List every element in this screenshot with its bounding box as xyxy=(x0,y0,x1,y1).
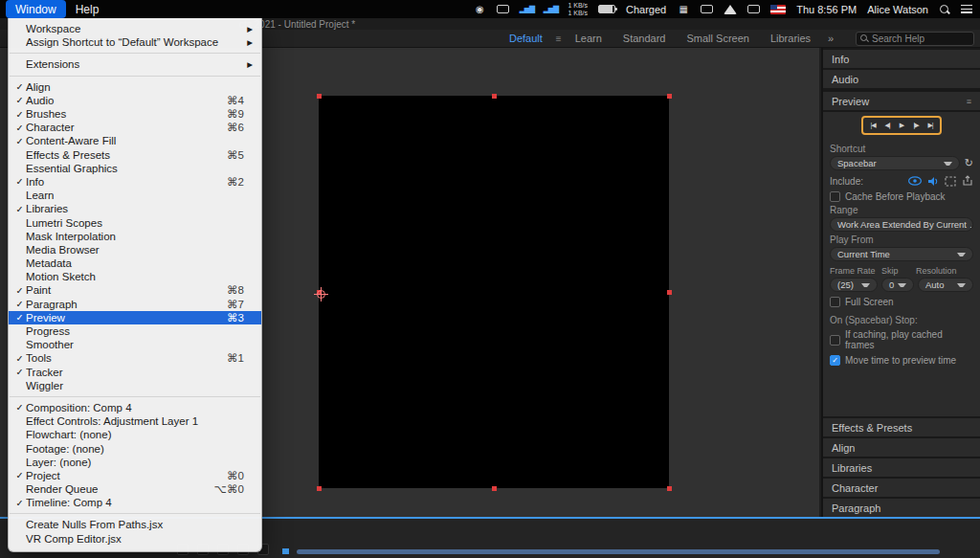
menu-item[interactable]: ✓ Project ⌘0 ▶ xyxy=(9,469,261,482)
menu-item[interactable]: ✓ Brushes ⌘9 ▶ xyxy=(9,107,261,121)
menu-item[interactable]: ✓ Footage: (none) ▶ xyxy=(9,441,261,455)
battery-icon[interactable] xyxy=(598,5,615,13)
skip-dropdown[interactable]: 0 xyxy=(881,278,914,292)
overlays-frame-icon[interactable] xyxy=(945,176,956,187)
frame-rate-dropdown[interactable]: (25) xyxy=(830,278,878,292)
menu-item[interactable]: ✓ Assign Shortcut to “Default” Workspace… xyxy=(9,35,261,49)
selection-handle-top-center[interactable] xyxy=(492,94,497,99)
wifi-icon[interactable] xyxy=(724,5,737,14)
previous-frame-button[interactable]: ◀| xyxy=(881,120,893,131)
workspace-overflow-chevron[interactable]: » xyxy=(828,33,834,44)
control-center-icon[interactable] xyxy=(961,5,972,13)
play-cached-frames-checkbox[interactable] xyxy=(830,335,840,346)
menu-item[interactable]: ✓ Character ⌘6 ▶ xyxy=(9,121,261,134)
menu-item[interactable]: ✓ Mask Interpolation ▶ xyxy=(9,230,261,243)
menu-item[interactable]: ✓ Effects & Presets ⌘5 ▶ xyxy=(9,148,261,162)
menu-item[interactable]: ✓ Preview ⌘3 ▶ xyxy=(9,311,261,324)
tab-small-screen[interactable]: Small Screen xyxy=(687,33,749,44)
selection-handle-middle-right[interactable] xyxy=(667,290,672,295)
menu-item[interactable]: ✓ Composition: Comp 4 ▶ xyxy=(9,401,261,414)
menu-item[interactable]: ✓ Workspace ▶ xyxy=(9,22,261,35)
menu-item[interactable]: ✓ ▶ xyxy=(10,513,260,514)
selection-handle-bottom-left[interactable] xyxy=(317,486,322,491)
panel-header-libraries[interactable]: Libraries xyxy=(823,458,980,477)
share-icon[interactable] xyxy=(962,175,973,187)
full-screen-checkbox[interactable] xyxy=(830,297,840,307)
record-circle-icon[interactable]: ◉ xyxy=(473,3,486,15)
go-to-end-button[interactable]: ▶| xyxy=(924,120,936,131)
panel-header-audio[interactable]: Audio xyxy=(823,70,980,88)
menu-item[interactable]: ✓ VR Comp Editor.jsx ▶ xyxy=(9,532,261,546)
menubar-clock[interactable]: Thu 8:56 PM xyxy=(796,4,857,15)
menu-item[interactable]: ✓ Paint ⌘8 ▶ xyxy=(9,283,261,297)
composition-layer[interactable] xyxy=(319,96,669,488)
menu-item[interactable]: ✓ Progress ▶ xyxy=(9,324,261,338)
panel-menu-icon[interactable]: ≡ xyxy=(967,97,971,106)
menu-item[interactable]: ✓ Libraries ▶ xyxy=(9,202,261,215)
go-to-start-button[interactable]: |◀ xyxy=(867,120,879,131)
menu-item[interactable]: ✓ Metadata ▶ xyxy=(9,257,261,270)
menu-item[interactable]: ✓ Layer: (none) ▶ xyxy=(9,456,261,469)
menu-item[interactable]: ✓ ▶ xyxy=(10,396,260,397)
panel-header-info[interactable]: Info xyxy=(823,50,980,68)
menubar-help[interactable]: Help xyxy=(66,0,109,18)
menu-item[interactable]: ✓ ▶ xyxy=(10,53,260,54)
anchor-point-crosshair[interactable] xyxy=(314,287,328,301)
panel-header-align[interactable]: Align xyxy=(823,438,980,457)
menu-item[interactable]: ✓ Extensions ▶ xyxy=(9,57,261,71)
audio-speaker-icon[interactable] xyxy=(927,176,939,187)
resolution-dropdown[interactable]: Auto xyxy=(918,278,973,292)
panel-header-preview[interactable]: Preview ≡ xyxy=(823,92,980,110)
cache-before-playback-checkbox[interactable] xyxy=(830,191,840,202)
menu-item[interactable]: ✓ Wiggler ▶ xyxy=(9,379,261,392)
us-flag-icon[interactable] xyxy=(770,5,786,14)
search-help-box[interactable] xyxy=(856,32,974,46)
keyboard-icon[interactable] xyxy=(747,5,760,13)
menu-item[interactable]: ✓ Audio ⌘4 ▶ xyxy=(9,94,261,107)
menu-item[interactable]: ✓ Create Nulls From Paths.jsx ▶ xyxy=(9,518,261,531)
selection-handle-bottom-center[interactable] xyxy=(492,486,497,491)
menubar-window[interactable]: Window xyxy=(6,0,66,18)
menubar-user-name[interactable]: Alice Watson xyxy=(867,4,928,15)
tab-libraries[interactable]: Libraries xyxy=(770,33,811,44)
play-button[interactable]: ▶ xyxy=(896,120,907,131)
menu-item[interactable]: ✓ Tracker ▶ xyxy=(9,366,261,379)
search-help-input[interactable] xyxy=(872,33,969,44)
play-from-dropdown[interactable]: Current Time xyxy=(830,247,973,261)
tab-default[interactable]: Default xyxy=(509,33,543,44)
menu-item[interactable]: ✓ Media Browser ▶ xyxy=(9,243,261,257)
menu-item[interactable]: ✓ Flowchart: (none) ▶ xyxy=(9,428,261,441)
menu-item[interactable]: ✓ Essential Graphics ▶ xyxy=(9,162,261,175)
menu-item[interactable]: ✓ Render Queue ⌥⌘0 ▶ xyxy=(9,482,261,496)
menu-item[interactable]: ✓ Learn ▶ xyxy=(9,189,261,202)
menu-item[interactable]: ✓ Timeline: Comp 4 ▶ xyxy=(9,496,261,509)
selection-handle-bottom-right[interactable] xyxy=(667,486,672,491)
shortcut-dropdown[interactable]: Spacebar xyxy=(830,156,960,170)
panel-header-character[interactable]: Character xyxy=(823,479,980,497)
menu-item[interactable]: ✓ Align ▶ xyxy=(9,80,261,94)
reset-icon[interactable]: ↻ xyxy=(965,157,973,169)
timeline-navigator-handle[interactable] xyxy=(282,548,289,554)
workspace-menu-icon[interactable]: ≡ xyxy=(556,33,562,44)
range-dropdown[interactable]: Work Area Extended By Current … xyxy=(830,217,973,232)
panel-header-effects-presets[interactable]: Effects & Presets xyxy=(823,418,980,436)
selection-handle-top-right[interactable] xyxy=(667,94,672,99)
horizontal-scrollbar[interactable] xyxy=(297,549,940,554)
grid-icon[interactable]: ▦ xyxy=(677,3,690,15)
spotlight-search-icon[interactable] xyxy=(939,4,950,15)
menu-item[interactable]: ✓ Motion Sketch ▶ xyxy=(9,270,261,283)
menu-item[interactable]: ✓ Content-Aware Fill ▶ xyxy=(9,134,261,147)
tab-learn[interactable]: Learn xyxy=(575,33,602,44)
levels-alt-icon[interactable]: ▂▅▇ xyxy=(544,3,557,15)
menu-item[interactable]: ✓ Paragraph ⌘7 ▶ xyxy=(9,298,261,311)
menu-item[interactable]: ✓ Smoother ▶ xyxy=(9,338,261,351)
selection-handle-top-left[interactable] xyxy=(317,94,322,99)
video-eye-icon[interactable] xyxy=(908,176,922,186)
menu-item[interactable]: ✓ ▶ xyxy=(10,76,260,77)
tab-standard[interactable]: Standard xyxy=(623,33,666,44)
next-frame-button[interactable]: |▶ xyxy=(910,120,922,131)
levels-icon[interactable]: ▂▅▇ xyxy=(520,3,533,15)
network-speed[interactable]: 1 KB/s 1 KB/s xyxy=(568,2,588,16)
menu-item[interactable]: ✓ Tools ⌘1 ▶ xyxy=(9,351,261,365)
panel-header-paragraph[interactable]: Paragraph xyxy=(823,499,980,517)
